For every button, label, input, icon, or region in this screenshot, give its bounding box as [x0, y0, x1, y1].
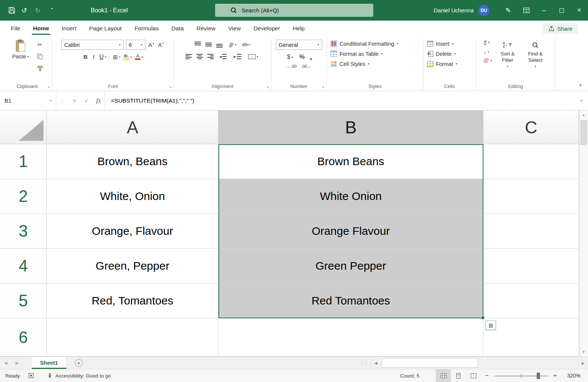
wrap-text-button[interactable]: ab — [242, 42, 250, 47]
maximize-button[interactable] — [553, 0, 570, 21]
decrease-indent-button[interactable] — [218, 52, 228, 61]
alignment-dialog-launcher[interactable] — [266, 85, 269, 89]
decrease-decimal-button[interactable]: .00→ — [301, 64, 312, 69]
percent-style-button[interactable]: % — [299, 54, 305, 60]
row-header-1[interactable]: 1 — [0, 144, 47, 179]
sort-filter-button[interactable]: AZ Sort & Filter — [496, 39, 520, 70]
hscroll-left-button[interactable] — [371, 357, 381, 369]
underline-button[interactable]: U — [98, 52, 108, 62]
cell-a1[interactable]: Brown, Beans — [47, 144, 218, 179]
font-dialog-launcher[interactable] — [169, 85, 172, 89]
align-center-button[interactable] — [196, 54, 203, 59]
align-top-button[interactable] — [195, 42, 201, 48]
tab-page-layout[interactable]: Page Layout — [83, 21, 128, 36]
new-sheet-button[interactable] — [75, 359, 83, 367]
insert-function-button[interactable]: fx — [93, 91, 105, 110]
cell-b6[interactable] — [218, 318, 483, 357]
cut-button[interactable]: ✂ — [36, 40, 45, 49]
cell-a3[interactable]: Orange, Flavour — [47, 214, 218, 249]
user-name[interactable]: Daniel Uchenna — [434, 7, 474, 13]
search-box[interactable]: Search (Alt+Q) — [215, 4, 373, 17]
number-dialog-launcher[interactable] — [322, 85, 325, 89]
vertical-scroll-thumb[interactable] — [581, 120, 587, 145]
conditional-formatting-button[interactable]: Conditional Formatting — [329, 39, 398, 49]
formula-bar-expand-button[interactable] — [575, 91, 588, 110]
cell-a5[interactable]: Red, Tomantoes — [47, 284, 218, 318]
format-as-table-button[interactable]: Format as Table — [329, 49, 383, 59]
cell-c5[interactable] — [483, 284, 579, 318]
avatar[interactable]: DU — [478, 5, 489, 16]
enter-button[interactable] — [81, 91, 93, 110]
cell-b5[interactable]: Red Tomantoes — [218, 284, 483, 318]
format-cells-button[interactable]: Format — [426, 59, 457, 69]
tab-data[interactable]: Data — [165, 21, 190, 36]
cell-a4[interactable]: Green, Pepper — [47, 249, 218, 284]
zoom-level[interactable]: 320% — [561, 373, 588, 379]
cell-c6[interactable] — [483, 318, 579, 357]
fill-button[interactable] — [483, 49, 492, 55]
macro-record-button[interactable] — [25, 373, 37, 378]
italic-button[interactable]: I — [90, 52, 97, 61]
column-header-b[interactable]: B — [218, 110, 483, 144]
cancel-button[interactable] — [69, 91, 81, 110]
zoom-in-button[interactable] — [549, 372, 561, 379]
row-header-5[interactable]: 5 — [0, 284, 47, 318]
zoom-out-button[interactable] — [481, 372, 493, 379]
cell-c4[interactable] — [483, 249, 579, 284]
scroll-down-button[interactable] — [579, 348, 588, 357]
undo-dropdown-icon[interactable] — [27, 9, 29, 12]
paste-button[interactable]: Paste — [10, 39, 31, 73]
minimize-button[interactable]: – — [535, 0, 553, 21]
find-select-button[interactable]: Find & Select — [524, 39, 548, 70]
undo-button[interactable]: ↺ — [19, 4, 31, 17]
format-painter-button[interactable] — [36, 64, 45, 73]
tab-sheet1[interactable]: Sheet1 — [32, 357, 67, 369]
cell-b3[interactable]: Orange Flavour — [218, 214, 483, 249]
select-all-corner[interactable] — [0, 110, 47, 144]
view-page-layout-button[interactable] — [451, 369, 466, 382]
font-color-button[interactable]: A — [134, 52, 144, 62]
tab-view[interactable]: View — [222, 21, 247, 36]
autosum-button[interactable]: Σ — [483, 39, 492, 46]
sheet-nav-left-button[interactable] — [0, 361, 11, 366]
insert-cells-button[interactable]: Insert — [426, 39, 453, 49]
horizontal-scrollbar[interactable] — [371, 357, 588, 369]
align-bottom-button[interactable] — [216, 42, 223, 48]
redo-button[interactable]: ↻ — [33, 4, 44, 17]
name-box[interactable]: B1 — [0, 91, 56, 110]
align-middle-button[interactable] — [205, 42, 212, 48]
collapse-ribbon-button[interactable] — [579, 82, 582, 88]
clear-button[interactable] — [483, 58, 492, 63]
cell-b4[interactable]: Green Pepper — [218, 249, 483, 284]
align-left-button[interactable] — [186, 54, 192, 59]
hscroll-right-button[interactable] — [578, 357, 588, 369]
increase-decimal-button[interactable]: ←.00 — [286, 64, 297, 69]
row-header-2[interactable]: 2 — [0, 179, 47, 214]
tab-formulas[interactable]: Formulas — [128, 21, 165, 36]
fill-color-button[interactable] — [122, 52, 133, 62]
formula-input[interactable]: =SUBSTITUTE(TRIM(A1),","," ") — [105, 91, 575, 110]
shrink-font-button[interactable]: A▾ — [157, 40, 165, 49]
borders-button[interactable]: ⊞ — [112, 52, 121, 62]
row-header-3[interactable]: 3 — [0, 214, 47, 249]
row-header-6[interactable]: 6 — [0, 318, 47, 357]
comma-style-button[interactable]: , — [310, 53, 312, 61]
tab-file[interactable]: File — [4, 21, 27, 36]
bold-button[interactable]: B — [82, 52, 89, 61]
tab-insert[interactable]: Insert — [55, 21, 83, 36]
grow-font-button[interactable]: A▴ — [148, 40, 155, 49]
cell-c1[interactable] — [483, 144, 579, 179]
cell-c3[interactable] — [483, 214, 579, 249]
cell-a6[interactable] — [47, 318, 218, 357]
customize-quick-access-button[interactable] — [46, 4, 58, 17]
tab-developer[interactable]: Developer — [247, 21, 286, 36]
zoom-slider-thumb[interactable] — [537, 373, 540, 379]
horizontal-scroll-thumb[interactable] — [382, 358, 478, 368]
view-normal-button[interactable] — [436, 369, 451, 382]
sheet-nav-right-button[interactable] — [11, 361, 22, 366]
cell-styles-button[interactable]: Cell Styles — [329, 59, 370, 69]
delete-cells-button[interactable]: Delete — [426, 49, 456, 59]
cell-c2[interactable] — [483, 179, 579, 214]
cell-b1[interactable]: Brown Beans — [218, 144, 483, 179]
increase-indent-button[interactable] — [232, 52, 242, 61]
